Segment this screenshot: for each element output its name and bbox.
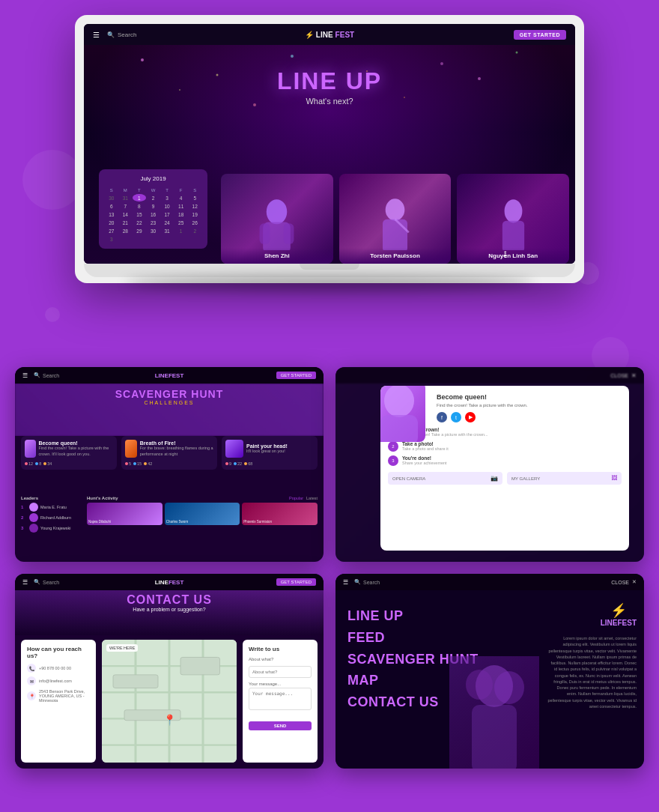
p3-phone-text: +90 878 00 00 00 bbox=[39, 666, 71, 670]
p3-send-button[interactable]: SEND bbox=[249, 721, 312, 730]
p2-step-2: 2 Take a photo! Take a photo and share i… bbox=[388, 441, 622, 452]
p3-logo: LINEFEST bbox=[155, 579, 184, 586]
p1-cta-button[interactable]: GET STARTED bbox=[276, 372, 316, 379]
p1-challenge-2-desc: For the brave: breathing flames during a… bbox=[140, 446, 213, 456]
p1-challenge-3-title: Paint your head! bbox=[246, 443, 288, 449]
svg-point-9 bbox=[384, 386, 414, 417]
p2-youtube-icon[interactable]: ▶ bbox=[465, 412, 476, 422]
p4-band-image bbox=[449, 656, 539, 769]
panel-scavenger-hunt: ☰ 🔍 Search LINEFEST GET STARTED SCAVENGE… bbox=[15, 367, 324, 562]
p1-leader-1-name: Maria E. Fratu bbox=[40, 505, 67, 509]
p1-ch2-stat3: 42 bbox=[144, 461, 152, 466]
p3-about-label: About what? bbox=[249, 657, 312, 661]
p1-leader-2: 2 Richard Addburn bbox=[21, 513, 81, 522]
artist-3-overlay: Nguyễn Linh San bbox=[457, 248, 569, 264]
laptop-screen: ☰ 🔍 Search ⚡ LINEFEST GET STARTED LINE U… bbox=[84, 24, 575, 264]
artist-2-overlay: Torsten Paulsson bbox=[339, 248, 452, 264]
p2-step-2-num: 2 bbox=[388, 441, 398, 452]
p1-challenge-1-desc: Find the crown! Take a picture with the … bbox=[39, 446, 113, 456]
p1-navbar: ☰ 🔍 Search LINEFEST GET STARTED bbox=[15, 367, 324, 384]
laptop-body: ☰ 🔍 Search ⚡ LINEFEST GET STARTED LINE U… bbox=[75, 15, 584, 283]
panels-grid: ☰ 🔍 Search LINEFEST GET STARTED SCAVENGE… bbox=[15, 367, 644, 769]
p1-tab-latest[interactable]: Latest bbox=[306, 496, 318, 500]
svg-rect-10 bbox=[380, 415, 418, 442]
p3-email-icon: ✉ bbox=[27, 676, 36, 685]
p1-menu-icon[interactable]: ☰ bbox=[22, 372, 28, 379]
p4-menu-lineup[interactable]: LINE UP bbox=[347, 605, 527, 627]
p3-menu-icon[interactable]: ☰ bbox=[22, 579, 28, 586]
p3-logo-accent: FEST bbox=[168, 579, 183, 586]
p1-ch3-stat3: 68 bbox=[244, 461, 252, 466]
p3-main-title: CONTACT US bbox=[15, 593, 324, 607]
p1-leader-1-num: 1 bbox=[21, 505, 27, 509]
hero-section: LINE UP What's next? July 2019 SMTWTFS30… bbox=[84, 45, 575, 264]
artist-card-3[interactable]: Nguyễn Linh San bbox=[457, 174, 569, 264]
p2-my-gallery-button[interactable]: MY GALLERY 🖼 bbox=[507, 472, 622, 485]
p3-search: 🔍 Search bbox=[34, 579, 59, 585]
p2-modal-desc: Find the crown! Take a picture with the … bbox=[437, 402, 622, 408]
p4-search-label: Search bbox=[363, 580, 380, 585]
p1-challenges: Become queen! Find the crown! Take a pic… bbox=[21, 436, 318, 470]
p3-cta-button[interactable]: GET STARTED bbox=[276, 578, 316, 586]
calendar-card: July 2019 SMTWTFS30311234567891011121314… bbox=[99, 169, 207, 249]
p4-menu-feed[interactable]: FEED bbox=[347, 627, 527, 649]
search-icon: 🔍 bbox=[107, 31, 115, 38]
p1-tab-popular[interactable]: Popular bbox=[289, 496, 303, 500]
p2-open-camera-button[interactable]: OPEN CAMERA 📷 bbox=[388, 472, 502, 485]
p3-phone-item: 📞 +90 878 00 00 00 bbox=[27, 664, 90, 673]
p2-gallery-icon: 🖼 bbox=[611, 475, 617, 482]
p3-search-icon: 🔍 bbox=[34, 579, 40, 585]
p1-activity-label-3: Phoenix Surmiston bbox=[243, 520, 272, 524]
svg-point-24 bbox=[466, 670, 493, 700]
p1-activity-label-2: Charles Sworn bbox=[166, 520, 189, 524]
p1-challenge-2-title: Breath of Fire! bbox=[140, 440, 213, 446]
p1-activity-images: Najwa Dilabuhi Charles Sworn Phoenix Sur… bbox=[87, 503, 318, 525]
p1-activity-title: Hunt's Activity bbox=[87, 496, 118, 500]
p1-ch2-stat2: 15 bbox=[133, 461, 142, 466]
p3-search-label: Search bbox=[43, 580, 59, 585]
p1-activity-label-1: Najwa Dilabuhi bbox=[88, 520, 111, 524]
p3-title-area: CONTACT US Have a problem or suggestion? bbox=[15, 593, 324, 612]
artist-card-1[interactable]: Shen Zhi bbox=[221, 174, 333, 264]
p2-twitter-icon[interactable]: t bbox=[451, 412, 461, 422]
p1-challenge-2-img bbox=[125, 440, 137, 458]
logo-line: LINE bbox=[316, 31, 333, 39]
p3-write-card: Write to us About what? Your message... … bbox=[243, 640, 318, 763]
p1-challenge-1[interactable]: Become queen! Find the crown! Take a pic… bbox=[21, 436, 117, 470]
p1-activity-img-2: Charles Sworn bbox=[165, 503, 240, 525]
p1-subtitle: CHALLENGES bbox=[15, 400, 324, 405]
nav-menu-icon[interactable]: ☰ bbox=[93, 31, 100, 39]
p3-map-label: WE'RE HERE bbox=[106, 644, 138, 652]
p1-leader-2-num: 2 bbox=[21, 515, 27, 520]
p1-search: 🔍 Search bbox=[34, 372, 59, 378]
get-started-button[interactable]: GET STARTED bbox=[514, 30, 566, 40]
p2-facebook-icon[interactable]: f bbox=[437, 412, 447, 422]
p1-ch3-stat2: 22 bbox=[234, 461, 242, 466]
p2-close-icon[interactable]: ✕ bbox=[631, 372, 637, 379]
p4-navbar: ☰ 🔍 Search CLOSE ✕ bbox=[335, 574, 644, 590]
p4-menu-icon[interactable]: ☰ bbox=[343, 579, 348, 586]
p3-map-bg bbox=[102, 640, 237, 763]
panel-menu: ☰ 🔍 Search CLOSE ✕ LINE UP FEED SCAVENGE… bbox=[335, 574, 644, 769]
p2-modal-image bbox=[380, 386, 425, 442]
p1-search-icon: 🔍 bbox=[34, 372, 40, 378]
p2-modal-title: Become queen! bbox=[437, 393, 622, 401]
p1-challenge-2[interactable]: Breath of Fire! For the brave: breathing… bbox=[121, 436, 217, 470]
p4-logo-line: LINE bbox=[601, 619, 618, 627]
p3-about-input[interactable] bbox=[249, 666, 312, 678]
calendar-month: July 2019 bbox=[105, 175, 201, 182]
artist-card-2[interactable]: Torsten Paulsson bbox=[339, 174, 452, 264]
p4-logo-icon: ⚡ bbox=[610, 602, 627, 619]
p3-phone-icon: 📞 bbox=[27, 664, 36, 673]
p4-logo-area: ⚡ LINEFEST bbox=[601, 602, 637, 627]
p1-ch2-stat1: 5 bbox=[125, 461, 131, 466]
p1-challenge-3[interactable]: Paint your head! It'll look great on you… bbox=[222, 436, 318, 470]
p4-close-icon: ✕ bbox=[632, 579, 637, 585]
p2-close-label: CLOSE bbox=[610, 373, 628, 378]
p3-message-textarea[interactable] bbox=[249, 688, 312, 710]
p2-step-2-title: Take a photo! bbox=[402, 441, 449, 446]
artist-1-overlay: Shen Zhi bbox=[221, 248, 333, 264]
p1-main-title: SCAVENGER HUNT bbox=[15, 388, 324, 400]
p1-leader-3-avatar bbox=[29, 524, 38, 533]
p4-close-nav[interactable]: CLOSE ✕ bbox=[611, 579, 637, 585]
